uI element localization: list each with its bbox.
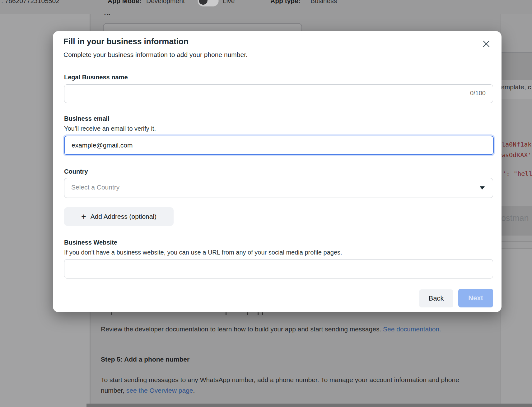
section-divider bbox=[90, 342, 501, 342]
code-fragment-3: ': "hell bbox=[502, 170, 532, 177]
code-fragment-1: la0Nf1ak bbox=[502, 141, 531, 148]
postman-text-fragment: ostman bbox=[501, 213, 529, 223]
topbar bbox=[0, 0, 532, 14]
legal-name-input[interactable] bbox=[64, 84, 493, 103]
email-helper: You’ll receive an email to verify it. bbox=[64, 125, 156, 132]
page: To : 786207723105502 App Mode: Developme… bbox=[0, 0, 532, 407]
right-panel-line bbox=[501, 241, 532, 242]
close-icon bbox=[482, 39, 491, 49]
chevron-down-icon bbox=[480, 186, 485, 189]
toggle-knob-icon bbox=[199, 0, 208, 5]
app-type-label: App type: bbox=[270, 0, 301, 5]
country-placeholder: Select a Country bbox=[71, 184, 119, 191]
overview-page-link[interactable]: see the Overview page bbox=[126, 387, 193, 394]
back-button[interactable]: Back bbox=[419, 289, 453, 307]
right-panel-band-lower bbox=[501, 249, 532, 404]
website-helper: If you don't have a business website, yo… bbox=[64, 249, 342, 256]
right-panel-band-dark bbox=[501, 52, 532, 80]
email-label: Business email bbox=[64, 115, 110, 122]
add-address-button[interactable]: + Add Address (optional) bbox=[64, 207, 174, 226]
app-type-value: Business bbox=[310, 0, 337, 5]
email-field[interactable] bbox=[64, 136, 494, 155]
see-documentation-link[interactable]: See documentation. bbox=[383, 325, 441, 333]
modal-title: Fill in your business information bbox=[63, 37, 189, 46]
step5-heading: Step 5: Add a phone number bbox=[101, 356, 189, 363]
live-label: Live bbox=[223, 0, 235, 5]
code-fragment-2: wsOdKAX' bbox=[502, 151, 531, 159]
app-mode-toggle[interactable] bbox=[198, 0, 219, 7]
website-input[interactable] bbox=[64, 259, 493, 278]
plus-icon: + bbox=[81, 213, 86, 221]
step5-body-period: . bbox=[193, 387, 195, 394]
website-label: Business Website bbox=[64, 239, 117, 246]
business-info-modal: Fill in your business information Comple… bbox=[53, 31, 502, 312]
review-docs-body: Review the developer documentation to le… bbox=[101, 325, 383, 333]
add-address-label: Add Address (optional) bbox=[91, 213, 156, 220]
country-label: Country bbox=[64, 168, 88, 175]
close-button[interactable] bbox=[482, 39, 491, 49]
modal-subtitle: Complete your business information to ad… bbox=[63, 51, 248, 58]
app-mode-value: Development bbox=[146, 0, 185, 5]
app-mode-label: App Mode: bbox=[108, 0, 141, 5]
legal-name-label: Legal Business name bbox=[64, 74, 128, 81]
review-docs-text: Review the developer documentation to le… bbox=[101, 325, 441, 333]
step5-body: To start sending messages to any WhatsAp… bbox=[101, 375, 471, 396]
next-button[interactable]: Next bbox=[458, 289, 493, 307]
app-id-fragment: : 786207723105502 bbox=[1, 0, 59, 5]
bottom-page-strip bbox=[86, 404, 532, 407]
country-select[interactable]: Select a Country bbox=[64, 178, 493, 198]
template-text-fragment: emplate, c bbox=[501, 83, 531, 91]
